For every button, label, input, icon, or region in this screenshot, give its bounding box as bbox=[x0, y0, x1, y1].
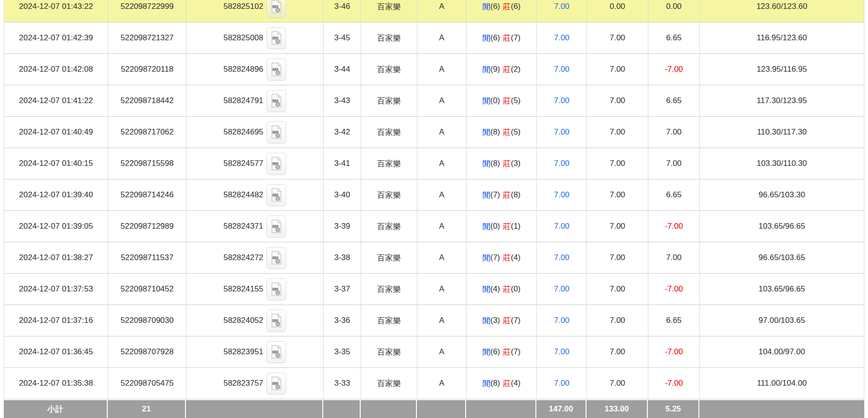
balance: 96.65/103.30 bbox=[700, 179, 864, 210]
bet-history-table: 2024-12-07 01:43:22 522098722999 5828251… bbox=[4, 0, 864, 418]
round-number: 3-42 bbox=[324, 117, 361, 148]
win-loss: 6.65 bbox=[648, 179, 700, 210]
video-replay-button[interactable] bbox=[267, 0, 286, 18]
banker-label: 莊 bbox=[503, 33, 511, 44]
game-type: 百家樂 bbox=[361, 0, 417, 22]
player-label: 閒 bbox=[482, 158, 490, 169]
round-id: 582824272 bbox=[223, 253, 263, 262]
bet-time: 2024-12-07 01:36:45 bbox=[4, 336, 108, 367]
video-replay-button[interactable] bbox=[267, 341, 286, 363]
table-letter: A bbox=[417, 179, 467, 210]
valid-bet: 7.00 bbox=[587, 22, 648, 53]
valid-bet: 7.00 bbox=[587, 54, 648, 85]
video-replay-button[interactable] bbox=[267, 373, 286, 395]
bet-id: 522098715598 bbox=[108, 148, 186, 179]
table-row: 2024-12-07 01:35:38 522098705475 5828237… bbox=[4, 368, 864, 399]
bet-amount-link[interactable]: 7.00 bbox=[554, 347, 569, 357]
video-file-icon bbox=[270, 94, 282, 108]
banker-label: 莊 bbox=[503, 347, 511, 358]
video-file-icon bbox=[270, 345, 282, 359]
table-letter: A bbox=[417, 305, 467, 336]
bet-amount-link[interactable]: 7.00 bbox=[554, 284, 569, 294]
game-result: 閒(7)莊(4) bbox=[467, 242, 537, 273]
balance: 104.00/97.00 bbox=[700, 336, 864, 367]
game-result: 閒(0)莊(1) bbox=[467, 211, 537, 242]
round-id-cell: 582824052 bbox=[186, 305, 324, 336]
round-id-cell: 582823951 bbox=[186, 336, 324, 367]
balance: 111.00/104.00 bbox=[700, 368, 864, 399]
video-replay-button[interactable] bbox=[267, 216, 286, 238]
table-row: 2024-12-07 01:42:39 522098721327 5828250… bbox=[4, 22, 864, 54]
bet-time: 2024-12-07 01:42:39 bbox=[4, 22, 108, 53]
player-label: 閒 bbox=[482, 1, 490, 12]
game-result: 閒(0)莊(5) bbox=[467, 85, 537, 116]
video-replay-button[interactable] bbox=[267, 278, 286, 300]
bet-id: 522098705475 bbox=[108, 368, 186, 399]
balance: 103.30/110.30 bbox=[700, 148, 864, 179]
banker-label: 莊 bbox=[503, 221, 511, 232]
bet-amount-link[interactable]: 7.00 bbox=[554, 96, 569, 105]
video-file-icon bbox=[270, 0, 282, 14]
bet-history-rows: 2024-12-07 01:43:22 522098722999 5828251… bbox=[4, 0, 864, 399]
valid-bet: 7.00 bbox=[587, 336, 648, 367]
valid-bet: 7.00 bbox=[587, 179, 648, 210]
video-replay-button[interactable] bbox=[267, 153, 286, 175]
round-id-cell: 582824155 bbox=[186, 274, 324, 305]
win-loss: -7.00 bbox=[648, 211, 700, 242]
player-label: 閒 bbox=[482, 33, 490, 44]
round-id-cell: 582825008 bbox=[186, 22, 324, 53]
bet-time: 2024-12-07 01:35:38 bbox=[4, 368, 108, 399]
bet-amount-link[interactable]: 7.00 bbox=[554, 65, 569, 74]
video-replay-button[interactable] bbox=[267, 90, 286, 112]
bet-amount-link[interactable]: 7.00 bbox=[554, 2, 569, 11]
bet-amount-link[interactable]: 7.00 bbox=[554, 379, 569, 388]
table-letter: A bbox=[417, 85, 467, 116]
bet-amount-link[interactable]: 7.00 bbox=[554, 159, 569, 168]
subtotal-empty-round bbox=[186, 400, 323, 418]
round-id-cell: 582824896 bbox=[186, 54, 324, 85]
bet-amount-link[interactable]: 7.00 bbox=[554, 33, 569, 43]
table-letter: A bbox=[417, 117, 467, 148]
bet-id: 522098709030 bbox=[108, 305, 186, 336]
video-replay-button[interactable] bbox=[267, 310, 286, 332]
round-id-cell: 582824695 bbox=[186, 117, 324, 148]
game-result: 閒(8)莊(4) bbox=[467, 368, 537, 399]
player-score: (9) bbox=[490, 65, 500, 74]
bet-amount-link[interactable]: 7.00 bbox=[554, 127, 569, 137]
balance: 97.00/103.65 bbox=[700, 305, 864, 336]
banker-label: 莊 bbox=[503, 64, 511, 75]
table-row: 2024-12-07 01:42:08 522098720118 5828248… bbox=[4, 54, 864, 85]
round-id: 582823757 bbox=[223, 379, 263, 388]
video-file-icon bbox=[270, 314, 282, 328]
valid-bet: 7.00 bbox=[587, 274, 648, 305]
player-label: 閒 bbox=[482, 190, 490, 201]
player-score: (8) bbox=[490, 379, 500, 388]
video-replay-button[interactable] bbox=[267, 59, 286, 81]
round-number: 3-33 bbox=[324, 368, 361, 399]
player-label: 閒 bbox=[482, 284, 490, 295]
table-row: 2024-12-07 01:37:53 522098710452 5828241… bbox=[4, 274, 864, 305]
win-loss: 7.00 bbox=[648, 117, 700, 148]
banker-label: 莊 bbox=[503, 315, 511, 326]
video-replay-button[interactable] bbox=[267, 184, 286, 206]
game-type: 百家樂 bbox=[361, 54, 417, 85]
bet-amount-link[interactable]: 7.00 bbox=[554, 190, 569, 200]
player-score: (8) bbox=[490, 159, 500, 168]
round-id-cell: 582824272 bbox=[186, 242, 324, 273]
round-id-cell: 582824791 bbox=[186, 85, 324, 116]
round-number: 3-35 bbox=[324, 336, 361, 367]
valid-bet: 7.00 bbox=[587, 368, 648, 399]
banker-label: 莊 bbox=[503, 378, 511, 389]
banker-label: 莊 bbox=[503, 284, 511, 295]
video-replay-button[interactable] bbox=[267, 121, 286, 143]
round-id: 582824695 bbox=[223, 127, 263, 137]
bet-amount-link[interactable]: 7.00 bbox=[554, 222, 569, 231]
table-row: 2024-12-07 01:40:15 522098715598 5828245… bbox=[4, 148, 864, 179]
video-replay-button[interactable] bbox=[267, 247, 286, 269]
bet-amount-link[interactable]: 7.00 bbox=[554, 253, 569, 262]
round-id-cell: 582824577 bbox=[186, 148, 324, 179]
round-id: 582825102 bbox=[223, 2, 263, 11]
bet-amount-link[interactable]: 7.00 bbox=[554, 316, 569, 325]
round-number: 3-46 bbox=[324, 0, 361, 22]
video-replay-button[interactable] bbox=[267, 27, 286, 49]
